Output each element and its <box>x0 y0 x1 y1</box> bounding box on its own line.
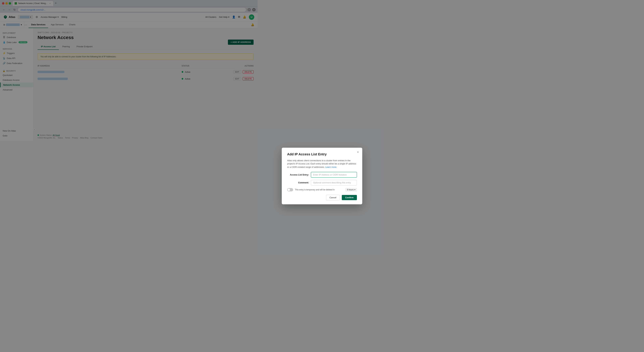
modal-overlay: × Add IP Access List Entry Atlas only al… <box>0 0 258 141</box>
